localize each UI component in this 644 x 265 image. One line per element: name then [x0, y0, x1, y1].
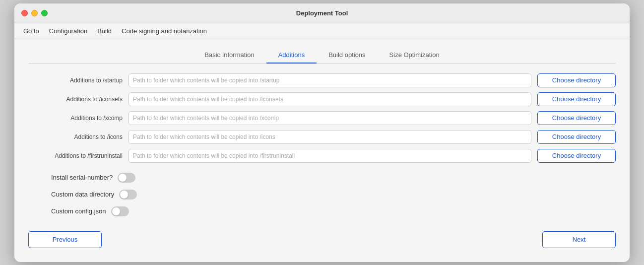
minimize-button[interactable] [31, 10, 38, 16]
choose-dir-xcomp-button[interactable]: Choose directory [537, 111, 616, 125]
tab-basic-information[interactable]: Basic Information [193, 47, 266, 64]
label-xcomp: Additions to /xcomp [28, 115, 123, 122]
toggle-row-custom-config-json: Custom config.json [51, 206, 616, 216]
row-icons: Additions to /icons Choose directory [28, 130, 616, 144]
tab-additions[interactable]: Additions [266, 47, 317, 64]
traffic-lights [21, 10, 48, 16]
toggle-row-custom-data-directory: Custom data directory [51, 190, 616, 199]
row-iconsets: Additions to /iconsets Choose directory [28, 92, 616, 106]
label-custom-config-json: Custom config.json [51, 207, 106, 215]
input-icons[interactable] [129, 130, 531, 144]
label-iconsets: Additions to /iconsets [28, 96, 123, 103]
menu-goto[interactable]: Go to [19, 25, 43, 37]
row-firstruninstall: Additions to /firstruninstall Choose dir… [28, 149, 616, 163]
input-firstruninstall[interactable] [129, 149, 531, 163]
choose-dir-icons-button[interactable]: Choose directory [537, 130, 616, 144]
menubar: Go to Configuration Build Code signing a… [14, 23, 630, 39]
label-icons: Additions to /icons [28, 133, 123, 140]
close-button[interactable] [21, 10, 28, 16]
content-area: Basic Information Additions Build option… [14, 39, 630, 262]
label-startup: Additions to /startup [28, 77, 123, 84]
toggles-section: Install serial-number? Custom data direc… [28, 173, 616, 216]
row-startup: Additions to /startup Choose directory [28, 73, 616, 87]
tab-bar: Basic Information Additions Build option… [28, 39, 616, 64]
tab-build-options[interactable]: Build options [317, 47, 377, 64]
previous-button[interactable]: Previous [28, 231, 102, 248]
menu-configuration[interactable]: Configuration [45, 25, 91, 37]
choose-dir-firstruninstall-button[interactable]: Choose directory [537, 149, 616, 163]
titlebar: Deployment Tool [14, 3, 630, 23]
input-startup[interactable] [129, 73, 531, 87]
toggle-serial-number[interactable] [118, 173, 135, 183]
app-window: Deployment Tool Go to Configuration Buil… [14, 3, 630, 262]
label-serial-number: Install serial-number? [51, 174, 113, 181]
toggle-row-serial-number: Install serial-number? [51, 173, 616, 183]
toggle-custom-data-directory[interactable] [119, 190, 137, 199]
menu-codesigning[interactable]: Code signing and notarization [118, 25, 211, 37]
additions-rows: Additions to /startup Choose directory A… [28, 73, 616, 163]
input-iconsets[interactable] [129, 92, 531, 106]
label-custom-data-directory: Custom data directory [51, 191, 114, 198]
input-xcomp[interactable] [129, 111, 531, 125]
maximize-button[interactable] [41, 10, 48, 16]
next-button[interactable]: Next [542, 231, 616, 248]
label-firstruninstall: Additions to /firstruninstall [28, 152, 123, 159]
choose-dir-startup-button[interactable]: Choose directory [537, 73, 616, 87]
window-title: Deployment Tool [296, 9, 348, 17]
tab-size-optimization[interactable]: Size Optimization [378, 47, 451, 64]
row-xcomp: Additions to /xcomp Choose directory [28, 111, 616, 125]
choose-dir-iconsets-button[interactable]: Choose directory [537, 92, 616, 106]
menu-build[interactable]: Build [93, 25, 116, 37]
footer: Previous Next [28, 226, 616, 248]
toggle-custom-config-json[interactable] [111, 206, 129, 216]
